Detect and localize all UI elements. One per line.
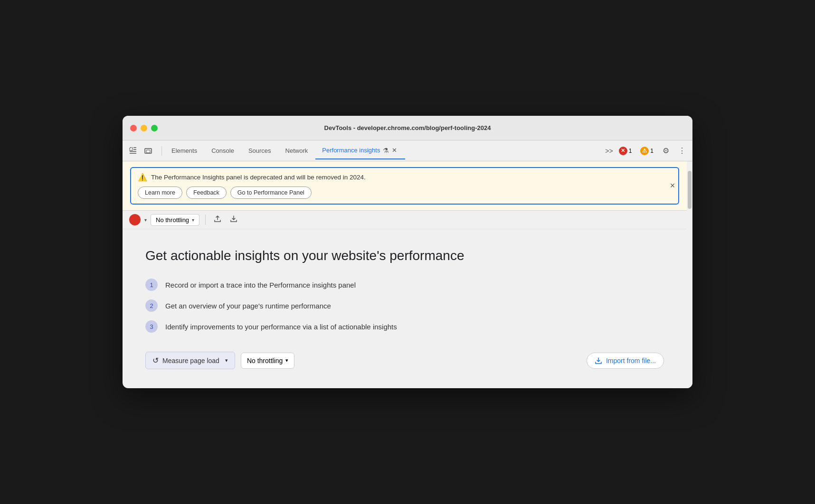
maximize-button[interactable] (151, 125, 158, 131)
throttle-select-toolbar[interactable]: No throttling ▾ (151, 214, 199, 226)
error-badge-button[interactable]: ✕ 1 (616, 146, 635, 156)
action-row: ↺ Measure page load ▾ No throttling ▾ Im (145, 352, 664, 369)
go-to-performance-panel-button[interactable]: Go to Performance Panel (230, 187, 312, 199)
devtools-window: DevTools - developer.chrome.com/blog/per… (123, 116, 692, 388)
main-content: Get actionable insights on your website'… (123, 229, 687, 388)
svg-rect-0 (130, 148, 133, 150)
svg-rect-2 (146, 150, 150, 153)
warning-icon: ⚠ (640, 147, 649, 155)
tab-network[interactable]: Network (279, 142, 315, 159)
window-title: DevTools - developer.chrome.com/blog/per… (324, 124, 491, 131)
error-icon: ✕ (619, 147, 627, 155)
tab-separator (161, 146, 162, 156)
device-mode-button[interactable] (142, 144, 155, 158)
settings-button[interactable]: ⚙ (659, 144, 673, 158)
step-item: 1 Record or import a trace into the Perf… (145, 279, 664, 291)
tab-elements[interactable]: Elements (165, 142, 204, 159)
devtools-icons (126, 144, 155, 158)
more-tabs-button[interactable]: >> (605, 147, 613, 155)
toolbar-separator (205, 215, 206, 225)
warning-banner: ⚠️ The Performance Insights panel is dep… (123, 161, 687, 211)
step-item: 2 Get an overview of your page's runtime… (145, 299, 664, 312)
step-number-3: 3 (145, 320, 158, 333)
warning-badge-button[interactable]: ⚠ 1 (637, 146, 656, 156)
inspect-element-button[interactable] (126, 144, 140, 158)
step-number-2: 2 (145, 299, 158, 312)
step-text-1: Record or import a trace into the Perfor… (165, 281, 356, 289)
titlebar: DevTools - developer.chrome.com/blog/per… (123, 116, 692, 140)
step-text-3: Identify improvements to your performanc… (165, 323, 397, 331)
tabbar: Elements Console Sources Network Perform… (123, 140, 692, 161)
scroll-thumb[interactable] (688, 171, 692, 209)
devtools-main: ⚠️ The Performance Insights panel is dep… (123, 161, 687, 388)
step-item: 3 Identify improvements to your performa… (145, 320, 664, 333)
measure-page-load-button[interactable]: ↺ Measure page load ▾ (145, 352, 235, 369)
step-text-2: Get an overview of your page's runtime p… (165, 302, 331, 310)
export-button[interactable] (211, 214, 224, 226)
steps-list: 1 Record or import a trace into the Perf… (145, 279, 664, 333)
step-number-1: 1 (145, 279, 158, 291)
performance-toolbar: ▾ No throttling ▾ (123, 211, 687, 229)
minimize-button[interactable] (141, 125, 147, 131)
warning-close-button[interactable]: × (666, 179, 679, 193)
throttle-select-main[interactable]: No throttling ▾ (241, 353, 294, 369)
tab-sources[interactable]: Sources (242, 142, 278, 159)
warning-triangle-icon: ⚠️ (138, 173, 147, 182)
warning-box: ⚠️ The Performance Insights panel is dep… (130, 167, 679, 205)
tabbar-right: >> ✕ 1 ⚠ 1 ⚙ ⋮ (605, 144, 689, 158)
close-button[interactable] (130, 125, 137, 131)
warning-text: The Performance Insights panel is deprec… (151, 174, 366, 181)
record-button[interactable] (129, 214, 141, 225)
learn-more-button[interactable]: Learn more (138, 187, 182, 199)
warning-buttons: Learn more Feedback Go to Performance Pa… (138, 187, 672, 199)
page-title: Get actionable insights on your website'… (145, 248, 664, 263)
import-toolbar-button[interactable] (227, 214, 240, 226)
import-from-file-button[interactable]: Import from file... (587, 353, 664, 369)
tab-close-button[interactable]: ✕ (390, 146, 398, 155)
window-controls (130, 125, 158, 131)
refresh-icon: ↺ (152, 356, 159, 365)
record-dropdown-arrow[interactable]: ▾ (144, 217, 147, 223)
feedback-button[interactable]: Feedback (186, 187, 227, 199)
tab-performance-insights[interactable]: Performance insights ⚗ ✕ (315, 142, 405, 159)
scrollbar[interactable] (687, 161, 692, 388)
more-options-button[interactable]: ⋮ (675, 144, 689, 158)
content-area: ⚠️ The Performance Insights panel is dep… (123, 161, 692, 388)
warning-text-row: ⚠️ The Performance Insights panel is dep… (138, 173, 672, 182)
tab-console[interactable]: Console (205, 142, 241, 159)
